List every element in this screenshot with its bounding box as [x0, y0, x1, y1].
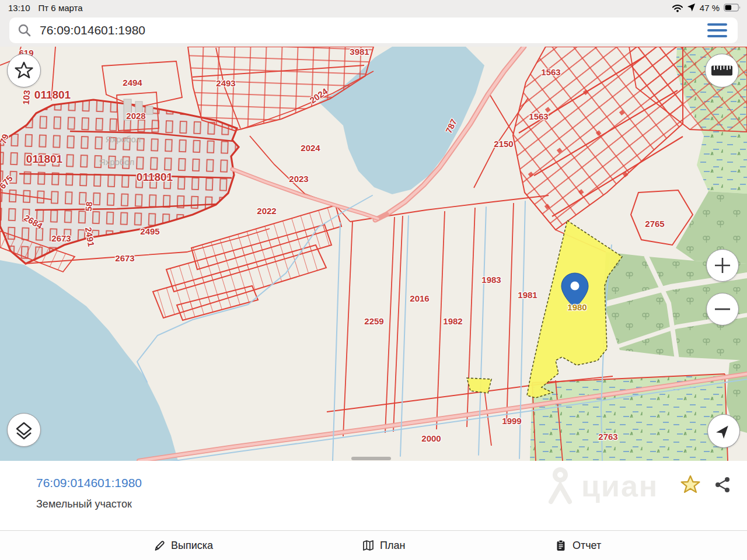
- ruler-icon: [710, 64, 734, 78]
- zoom-in-button[interactable]: [706, 249, 739, 282]
- map-container: [0, 47, 747, 461]
- search-input[interactable]: [39, 23, 707, 38]
- wifi-icon: [672, 4, 683, 12]
- sheet-drag-handle[interactable]: [351, 457, 391, 460]
- menu-button[interactable]: [707, 22, 728, 38]
- status-bar: 13:10 Пт 6 марта 47 %: [0, 0, 747, 15]
- app-screen: 13:10 Пт 6 марта 47 %: [0, 0, 747, 560]
- toolbar-item-plan[interactable]: План: [358, 531, 409, 560]
- battery-icon: [724, 4, 741, 12]
- favorites-map-button[interactable]: [7, 54, 41, 88]
- cian-logo-icon: [543, 466, 577, 506]
- layers-button[interactable]: [7, 413, 41, 447]
- favorite-star-icon: [679, 474, 701, 496]
- parcel-type-label: Земельный участок: [36, 498, 132, 510]
- hamburger-icon: [707, 23, 727, 26]
- toolbar-label: Выписка: [171, 540, 213, 552]
- cian-watermark: циан: [543, 466, 658, 506]
- search-bar: [9, 18, 738, 43]
- measure-button[interactable]: [705, 54, 739, 88]
- search-icon: [18, 23, 32, 37]
- toolbar-label: План: [380, 540, 405, 552]
- battery-percent: 47 %: [700, 3, 720, 13]
- top-chrome: 13:10 Пт 6 марта 47 %: [0, 0, 747, 47]
- navigation-arrow-icon: [714, 421, 734, 441]
- compass-button[interactable]: [707, 414, 740, 448]
- toolbar-label: Отчет: [573, 540, 601, 552]
- favorite-button[interactable]: [678, 473, 703, 497]
- parcel-info-panel: циан 76:09:014601:1980 Земельный участок: [0, 461, 747, 530]
- pencil-icon: [153, 539, 166, 552]
- bottom-toolbar: Выписка План Отчет: [0, 530, 747, 560]
- layers-icon: [13, 419, 35, 441]
- minus-icon: [713, 300, 732, 318]
- toolbar-item-vypiska[interactable]: Выписка: [149, 531, 217, 560]
- report-icon: [554, 539, 567, 552]
- star-icon: [13, 60, 34, 81]
- map-canvas[interactable]: [0, 47, 747, 461]
- plus-icon: [713, 256, 732, 275]
- zoom-out-button[interactable]: [706, 293, 739, 326]
- date: Пт 6 марта: [39, 3, 83, 13]
- share-button[interactable]: [710, 473, 735, 497]
- location-arrow-icon: [687, 4, 696, 12]
- cadastral-number-link[interactable]: 76:09:014601:1980: [36, 476, 142, 490]
- share-icon: [713, 475, 732, 495]
- map-icon: [362, 539, 375, 552]
- toolbar-item-otchet[interactable]: Отчет: [551, 531, 605, 560]
- clock: 13:10: [8, 3, 30, 13]
